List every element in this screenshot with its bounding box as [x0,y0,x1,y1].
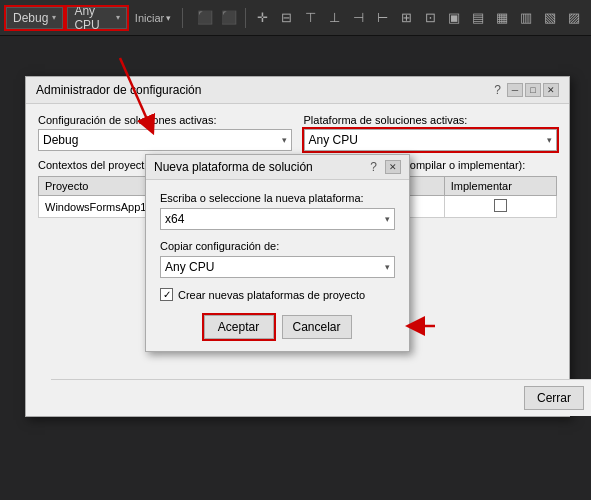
deploy-checkbox[interactable] [494,199,507,212]
new-platform-dialog-titlebar: Nueva plataforma de solución ? ✕ [146,155,409,180]
debug-config-dropdown[interactable]: Debug ▾ [6,7,63,29]
inner-dialog-controls: ? ✕ [370,160,401,174]
toolbar-icon-6[interactable]: ⊥ [323,7,345,29]
toolbar-icon-3[interactable]: ✛ [251,7,273,29]
toolbar-sep2 [245,8,246,28]
toolbar-icon-10[interactable]: ⊡ [419,7,441,29]
active-solution-platform-value: Any CPU [309,133,358,147]
cancel-button[interactable]: Cancelar [282,315,352,339]
minimize-button[interactable]: ─ [507,83,523,97]
create-platforms-row: Crear nuevas plataformas de proyecto [160,288,395,301]
main-area: Administrador de configuración ? ─ □ ✕ C… [0,36,591,500]
platform-dropdown[interactable]: Any CPU ▾ [67,7,126,29]
toolbar-icon-16[interactable]: ▨ [563,7,585,29]
copy-config-select[interactable]: Any CPU ▾ [160,256,395,278]
debug-config-arrow: ▾ [52,13,56,22]
bottom-bar: Cerrar [51,379,591,416]
new-platform-select[interactable]: x64 ▾ [160,208,395,230]
dialog-controls: ? ─ □ ✕ [494,83,559,97]
toolbar-icon-13[interactable]: ▦ [491,7,513,29]
debug-config-label: Debug [13,11,48,25]
toolbar-icon-4[interactable]: ⊟ [275,7,297,29]
col-deploy: Implementar [444,177,556,196]
toolbar-icon-15[interactable]: ▧ [539,7,561,29]
active-solution-config-group: Configuración de soluciones activas: Deb… [38,114,292,151]
toolbar-separator [182,8,183,28]
restore-button[interactable]: □ [525,83,541,97]
toolbar-icon-1[interactable]: ⬛ [194,7,216,29]
toolbar-icon-2[interactable]: ⬛ [218,7,240,29]
toolbar-icon-8[interactable]: ⊢ [371,7,393,29]
active-solution-platform-select[interactable]: Any CPU ▾ [304,129,558,151]
solution-config-row: Configuración de soluciones activas: Deb… [38,114,557,151]
help-icon[interactable]: ? [494,83,501,97]
close-dialog-button[interactable]: ✕ [543,83,559,97]
new-platform-value: x64 [165,212,184,226]
platform-label: Any CPU [74,4,111,32]
start-button[interactable]: Iniciar ▾ [131,7,175,29]
new-platform-dialog-body: Escriba o seleccione la nueva plataforma… [146,180,409,351]
config-dialog-title-text: Administrador de configuración [36,83,201,97]
copy-config-select-arrow: ▾ [385,262,390,272]
accept-button[interactable]: Aceptar [204,315,274,339]
new-platform-select-arrow: ▾ [385,214,390,224]
create-platforms-label: Crear nuevas plataformas de proyecto [178,289,365,301]
deploy-checkbox-cell[interactable] [444,196,556,218]
inner-dialog-buttons: Aceptar Cancelar [160,315,395,339]
toolbar-icon-7[interactable]: ⊣ [347,7,369,29]
new-platform-close-button[interactable]: ✕ [385,160,401,174]
copy-config-label: Copiar configuración de: [160,240,395,252]
toolbar-icon-9[interactable]: ⊞ [395,7,417,29]
toolbar-icon-14[interactable]: ▥ [515,7,537,29]
copy-config-value: Any CPU [165,260,214,274]
create-platforms-checkbox[interactable] [160,288,173,301]
platform-arrow: ▾ [116,13,120,22]
active-solution-config-label: Configuración de soluciones activas: [38,114,292,126]
toolbar-icon-12[interactable]: ▤ [467,7,489,29]
write-platform-label: Escriba o seleccione la nueva plataforma… [160,192,395,204]
active-solution-config-value: Debug [43,133,78,147]
active-solution-config-select[interactable]: Debug ▾ [38,129,292,151]
new-platform-help-icon[interactable]: ? [370,160,377,174]
config-dialog-titlebar: Administrador de configuración ? ─ □ ✕ [26,77,569,104]
active-solution-config-arrow: ▾ [282,135,287,145]
toolbar-icon-group: ⬛ ⬛ ✛ ⊟ ⊤ ⊥ ⊣ ⊢ ⊞ ⊡ ▣ ▤ ▦ ▥ ▧ ▨ [194,7,585,29]
start-arrow: ▾ [166,13,171,23]
active-solution-platform-group: Plataforma de soluciones activas: Any CP… [304,114,558,151]
toolbar-icon-5[interactable]: ⊤ [299,7,321,29]
toolbar-icon-11[interactable]: ▣ [443,7,465,29]
close-button[interactable]: Cerrar [524,386,584,410]
new-platform-title-text: Nueva plataforma de solución [154,160,313,174]
toolbar: Debug ▾ Any CPU ▾ Iniciar ▾ ⬛ ⬛ ✛ ⊟ ⊤ ⊥ … [0,0,591,36]
active-solution-platform-arrow: ▾ [547,135,552,145]
active-solution-platform-label: Plataforma de soluciones activas: [304,114,558,126]
new-platform-dialog: Nueva plataforma de solución ? ✕ Escriba… [145,154,410,352]
